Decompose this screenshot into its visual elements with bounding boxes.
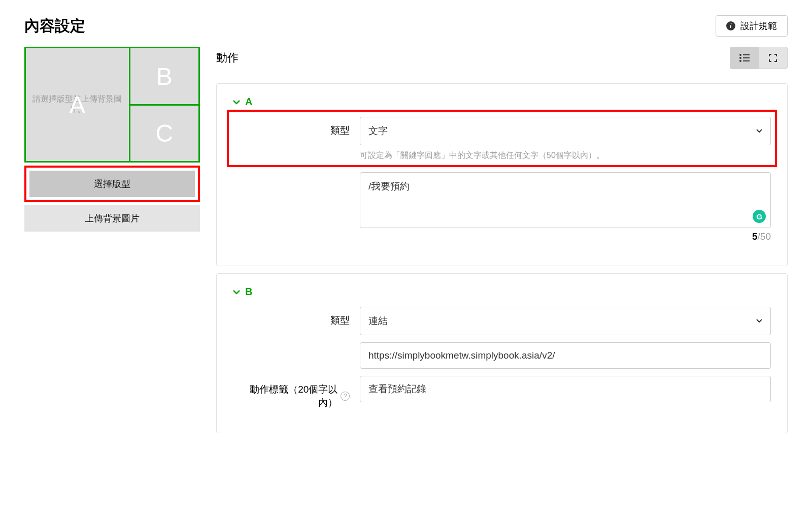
chevron-down-icon — [756, 319, 762, 323]
panel-a-header[interactable]: A — [233, 96, 771, 108]
layout-area-a[interactable]: 請選擇版型並上傳背景圖片。 A — [26, 48, 130, 161]
choose-layout-button[interactable]: 選擇版型 — [29, 171, 195, 197]
help-icon[interactable]: ? — [341, 392, 350, 401]
type-label-b: 類型 — [233, 307, 350, 327]
layout-area-c[interactable]: C — [130, 106, 198, 161]
layout-area-b[interactable]: B — [130, 48, 198, 106]
expand-icon — [768, 53, 778, 63]
action-label-input-b[interactable] — [360, 376, 771, 402]
svg-point-4 — [740, 60, 741, 61]
info-icon: i — [726, 21, 735, 30]
design-guide-button[interactable]: i 設計規範 — [716, 15, 788, 37]
page-title: 內容設定 — [24, 16, 85, 37]
action-label-label-b: 動作標籤（20個字以內） ? — [233, 376, 350, 409]
type-select-a[interactable]: 文字 — [360, 117, 771, 145]
view-toggle — [730, 47, 788, 69]
list-icon — [739, 53, 750, 62]
highlight-choose-layout: 選擇版型 — [24, 166, 200, 202]
type-select-b[interactable]: 連結 — [360, 307, 771, 335]
chevron-down-icon — [233, 100, 240, 105]
char-count-a: 5/50 — [360, 231, 771, 242]
url-input-b[interactable] — [360, 342, 771, 369]
chevron-down-icon — [233, 289, 240, 295]
design-guide-label: 設計規範 — [740, 20, 777, 32]
expand-view-button[interactable] — [759, 47, 787, 69]
svg-point-2 — [740, 57, 741, 58]
chevron-down-icon — [756, 129, 762, 133]
upload-background-button[interactable]: 上傳背景圖片 — [24, 205, 200, 232]
action-panel-b: B 類型 連結 動作標籤（20個字以內） — [216, 273, 788, 433]
text-input-a[interactable] — [360, 172, 771, 228]
layout-preview: 請選擇版型並上傳背景圖片。 A B C — [24, 47, 200, 163]
action-panel-a: A 類型 文字 可設定為「關鍵字回應」中的文字或其他任何文字（50個字以內）。 — [216, 83, 788, 266]
type-helper-a: 可設定為「關鍵字回應」中的文字或其他任何文字（50個字以內）。 — [360, 150, 771, 161]
grammarly-icon: G — [753, 210, 766, 223]
actions-title: 動作 — [216, 50, 239, 66]
type-label-a: 類型 — [233, 117, 350, 137]
svg-point-0 — [740, 54, 741, 55]
list-view-button[interactable] — [730, 47, 759, 69]
highlight-type-row: 類型 文字 可設定為「關鍵字回應」中的文字或其他任何文字（50個字以內）。 — [227, 110, 777, 167]
panel-b-header[interactable]: B — [233, 286, 771, 298]
